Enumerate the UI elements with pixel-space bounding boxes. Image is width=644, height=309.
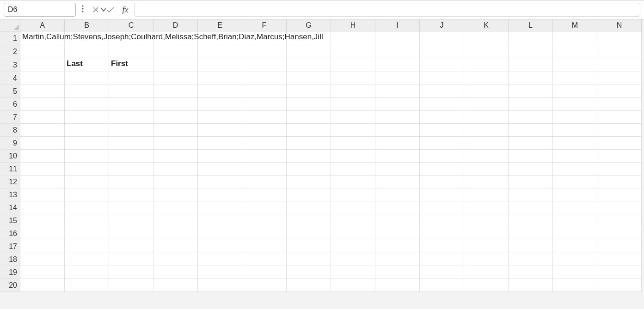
cell[interactable] <box>287 72 331 85</box>
cell[interactable] <box>153 279 198 292</box>
cell[interactable] <box>464 45 509 58</box>
cell[interactable] <box>464 240 509 253</box>
cell[interactable] <box>242 85 287 98</box>
cell[interactable] <box>375 227 420 240</box>
cell[interactable] <box>20 214 65 227</box>
cell[interactable] <box>553 98 597 111</box>
cell[interactable] <box>242 58 287 72</box>
column-header[interactable]: G <box>287 19 331 31</box>
cell[interactable] <box>509 124 553 137</box>
cell[interactable] <box>242 150 287 163</box>
cell[interactable] <box>375 72 420 85</box>
cell[interactable] <box>109 124 153 137</box>
vertical-dots-icon[interactable] <box>79 5 87 15</box>
cell[interactable] <box>509 163 553 176</box>
cell[interactable] <box>242 188 287 201</box>
cell[interactable] <box>420 111 464 124</box>
cell[interactable] <box>464 214 509 227</box>
cell[interactable] <box>109 201 153 214</box>
cell[interactable] <box>109 150 153 163</box>
cell[interactable] <box>420 124 464 137</box>
cell[interactable] <box>153 201 198 214</box>
cell[interactable] <box>65 266 109 279</box>
cell[interactable] <box>287 201 331 214</box>
cell[interactable] <box>597 45 642 58</box>
cell[interactable] <box>375 124 420 137</box>
cell[interactable] <box>375 58 420 72</box>
cell[interactable] <box>597 279 642 292</box>
cell[interactable] <box>597 150 642 163</box>
cell[interactable] <box>420 176 464 188</box>
cell[interactable] <box>109 85 153 98</box>
cell[interactable] <box>464 31 509 45</box>
row-header[interactable]: 13 <box>0 188 20 201</box>
cell[interactable] <box>287 279 331 292</box>
cell[interactable] <box>375 31 420 45</box>
cell[interactable] <box>109 163 153 176</box>
cell[interactable] <box>20 150 65 163</box>
cell[interactable] <box>65 150 109 163</box>
cell[interactable] <box>597 124 642 137</box>
cell[interactable] <box>375 214 420 227</box>
cell[interactable] <box>287 176 331 188</box>
column-header[interactable]: J <box>420 19 464 31</box>
cell[interactable] <box>198 279 242 292</box>
cell[interactable] <box>153 240 198 253</box>
cell[interactable] <box>153 111 198 124</box>
cell[interactable] <box>20 98 65 111</box>
cell[interactable] <box>65 111 109 124</box>
cell[interactable] <box>20 188 65 201</box>
cell[interactable] <box>65 72 109 85</box>
column-header[interactable]: M <box>553 19 597 31</box>
cell[interactable] <box>331 31 375 45</box>
cell[interactable] <box>20 124 65 137</box>
row-header[interactable]: 1 <box>0 31 20 45</box>
cell[interactable] <box>198 111 242 124</box>
cell[interactable] <box>375 85 420 98</box>
cell[interactable] <box>153 150 198 163</box>
column-header[interactable]: K <box>464 19 509 31</box>
cell[interactable] <box>20 111 65 124</box>
cell[interactable] <box>464 98 509 111</box>
cell[interactable] <box>553 58 597 72</box>
cell[interactable] <box>153 124 198 137</box>
cell[interactable] <box>20 253 65 266</box>
cell[interactable] <box>375 111 420 124</box>
cell[interactable] <box>109 111 153 124</box>
cell[interactable] <box>509 279 553 292</box>
cell[interactable] <box>198 98 242 111</box>
cell[interactable] <box>420 150 464 163</box>
row-header[interactable]: 12 <box>0 176 20 188</box>
cell[interactable] <box>509 240 553 253</box>
cell[interactable] <box>20 240 65 253</box>
cell[interactable] <box>287 150 331 163</box>
enter-formula-button[interactable] <box>104 3 117 16</box>
cell[interactable] <box>242 72 287 85</box>
cell[interactable] <box>153 253 198 266</box>
cell[interactable] <box>198 72 242 85</box>
cell[interactable] <box>109 227 153 240</box>
cell[interactable] <box>20 176 65 188</box>
row-header[interactable]: 7 <box>0 111 20 124</box>
cell[interactable] <box>509 227 553 240</box>
cell[interactable] <box>198 150 242 163</box>
cell[interactable] <box>198 85 242 98</box>
cell[interactable] <box>65 188 109 201</box>
cell[interactable] <box>242 240 287 253</box>
cell[interactable] <box>597 214 642 227</box>
column-header[interactable]: B <box>65 19 109 31</box>
cell[interactable] <box>375 201 420 214</box>
cell[interactable] <box>464 266 509 279</box>
column-header[interactable]: A <box>20 19 65 31</box>
cell[interactable] <box>553 111 597 124</box>
cell[interactable] <box>509 111 553 124</box>
cell[interactable] <box>153 85 198 98</box>
cell[interactable] <box>553 137 597 150</box>
cell[interactable] <box>597 253 642 266</box>
column-header[interactable]: I <box>375 19 420 31</box>
cell[interactable] <box>242 214 287 227</box>
cell[interactable] <box>242 201 287 214</box>
cell[interactable] <box>509 176 553 188</box>
cell[interactable] <box>553 124 597 137</box>
cell[interactable] <box>65 201 109 214</box>
